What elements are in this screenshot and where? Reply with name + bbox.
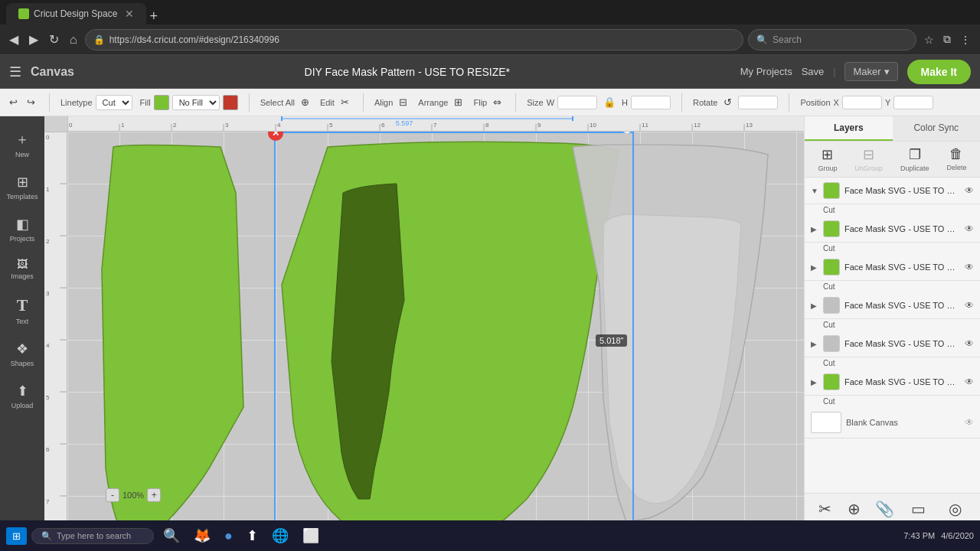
- taskbar-search[interactable]: 🔍 Type here to search: [31, 528, 154, 544]
- layer-cut-1: Cut: [823, 204, 980, 216]
- svg-text:1: 1: [121, 122, 125, 129]
- x-input[interactable]: 3.944: [842, 96, 882, 109]
- tab-color-sync[interactable]: Color Sync: [893, 116, 981, 141]
- home-button[interactable]: ⌂: [67, 30, 80, 50]
- taskbar-app-firefox[interactable]: 🦊: [189, 524, 215, 547]
- layers-list: ▼ Face Mask SVG - USE TO RE... 👁 Cut ▶ F…: [805, 178, 980, 493]
- svg-text:11: 11: [642, 122, 648, 129]
- layer-expand-icon-2[interactable]: ▶: [811, 225, 818, 233]
- layer-thumb-2: [823, 220, 840, 237]
- forward-button[interactable]: ▶: [26, 29, 41, 50]
- taskbar-search-icon: 🔍: [41, 531, 52, 541]
- layer-expand-icon-1[interactable]: ▼: [811, 187, 818, 195]
- address-bar[interactable]: 🔒 https://ds4.cricut.com/#design/2163409…: [85, 29, 743, 51]
- arrange-button[interactable]: ⊞: [451, 95, 466, 109]
- hamburger-menu[interactable]: ☰: [9, 64, 21, 80]
- machine-selector[interactable]: Maker ▾: [844, 62, 897, 81]
- sidebar-item-upload[interactable]: ⬆ Upload: [3, 377, 41, 416]
- redo-button[interactable]: ↪: [24, 95, 38, 109]
- width-input[interactable]: 5.597: [557, 96, 597, 109]
- taskbar-search-placeholder: Type here to search: [57, 531, 131, 540]
- ungroup-label: UnGroup: [854, 165, 883, 172]
- layer-expand-icon-3[interactable]: ▶: [811, 263, 818, 272]
- new-icon: ＋: [15, 130, 29, 148]
- duplicate-action[interactable]: ❐ Duplicate: [900, 146, 929, 172]
- align-button[interactable]: ⊟: [396, 95, 410, 109]
- panel-tabs: Layers Color Sync: [805, 116, 980, 142]
- layer-item-3[interactable]: ▶ Face Mask SVG - USE TO RE... 👁: [805, 254, 980, 281]
- sidebar-item-text[interactable]: T Text: [3, 289, 41, 331]
- sidebar-item-projects[interactable]: ◧ Projects: [3, 210, 41, 249]
- layer-item-6[interactable]: ▶ Face Mask SVG - USE TO RE... 👁: [805, 369, 980, 396]
- layer-expand-icon-6[interactable]: ▶: [811, 378, 818, 386]
- tab-favicon: [18, 8, 29, 19]
- layer-item-2[interactable]: ▶ Face Mask SVG - USE TO RE... 👁: [805, 216, 980, 243]
- fill-color-swatch[interactable]: [154, 95, 169, 110]
- extensions-button[interactable]: ⧉: [940, 30, 954, 49]
- height-input[interactable]: 5.018: [631, 96, 671, 109]
- layer-visibility-3[interactable]: 👁: [965, 262, 974, 272]
- group-action[interactable]: ⊞ Group: [818, 146, 837, 172]
- ungroup-action[interactable]: ⊟ UnGroup: [854, 146, 883, 172]
- taskbar-app-chrome[interactable]: ●: [220, 525, 237, 547]
- y-input[interactable]: 0.361: [893, 96, 933, 109]
- new-tab-button[interactable]: +: [149, 8, 158, 24]
- canvas-area[interactable]: 0 1 2 3 4 5 6 7 8: [44, 116, 804, 533]
- size-group: Size W 5.597 🔒 H 5.018: [527, 95, 671, 109]
- select-all-button[interactable]: ⊕: [298, 95, 312, 109]
- tab-close-button[interactable]: ✕: [125, 8, 134, 20]
- zoom-out-button[interactable]: -: [106, 488, 119, 502]
- flip-label: Flip: [473, 98, 487, 107]
- canvas-content[interactable]: ✕ 5.018" - 100% +: [67, 132, 804, 520]
- tab-layers[interactable]: Layers: [805, 116, 893, 141]
- flip-button[interactable]: ⇔: [490, 95, 505, 109]
- undo-button[interactable]: ↩: [6, 95, 21, 109]
- blank-canvas-visibility[interactable]: 👁: [965, 417, 974, 428]
- shapes-icon: ❖: [16, 341, 28, 357]
- edit-label: Edit: [320, 98, 335, 107]
- maker-label: Maker: [853, 66, 880, 77]
- fill-group: Fill No Fill: [140, 95, 238, 110]
- layer-expand-icon-5[interactable]: ▶: [811, 340, 818, 348]
- taskbar-app-unknown2[interactable]: 🌐: [267, 524, 293, 547]
- browser-tab[interactable]: Cricut Design Space ✕: [6, 3, 146, 24]
- sidebar-item-images[interactable]: 🖼 Images: [3, 252, 41, 286]
- back-button[interactable]: ◀: [6, 29, 21, 50]
- start-button[interactable]: ⊞: [6, 527, 27, 545]
- rotate-icon[interactable]: ↺: [720, 95, 735, 109]
- fill-select[interactable]: No Fill: [172, 95, 220, 110]
- refresh-button[interactable]: ↻: [46, 29, 62, 50]
- bookmarks-button[interactable]: ☆: [921, 31, 937, 49]
- save-button[interactable]: Save: [802, 66, 825, 77]
- zoom-in-button[interactable]: +: [147, 488, 161, 502]
- layer-item-4[interactable]: ▶ Face Mask SVG - USE TO RE... 👁: [805, 292, 980, 319]
- layer-expand-icon-4[interactable]: ▶: [811, 302, 818, 310]
- linetype-select[interactable]: Cut: [96, 95, 132, 110]
- sidebar-item-templates[interactable]: ⊞ Templates: [3, 168, 41, 207]
- layer-visibility-4[interactable]: 👁: [965, 300, 974, 311]
- layer-visibility-6[interactable]: 👁: [965, 377, 974, 387]
- sidebar-item-new[interactable]: ＋ New: [3, 124, 41, 165]
- browser-nav-bar: ◀ ▶ ↻ ⌂ 🔒 https://ds4.cricut.com/#design…: [0, 24, 980, 55]
- delete-action[interactable]: 🗑 Delete: [946, 146, 966, 172]
- layer-visibility-1[interactable]: 👁: [965, 185, 974, 196]
- edit-button[interactable]: ✂: [338, 95, 352, 109]
- lock-aspect-button[interactable]: 🔒: [600, 95, 619, 109]
- layer-item-1[interactable]: ▼ Face Mask SVG - USE TO RE... 👁: [805, 178, 980, 204]
- taskbar-app-unknown1[interactable]: ⬆: [242, 524, 263, 547]
- taskbar-app-cortana[interactable]: 🔍: [158, 524, 185, 547]
- make-it-button[interactable]: Make It: [907, 60, 971, 84]
- layer-item-5[interactable]: ▶ Face Mask SVG - USE TO RE... 👁: [805, 331, 980, 357]
- browser-search-bar[interactable]: 🔍 Search: [748, 29, 916, 51]
- menu-button[interactable]: ⋮: [957, 31, 974, 49]
- layer-visibility-2[interactable]: 👁: [965, 223, 974, 234]
- my-projects-button[interactable]: My Projects: [740, 66, 792, 77]
- taskbar-app-unknown3[interactable]: ⬜: [298, 524, 324, 547]
- stroke-color-swatch[interactable]: [223, 95, 238, 110]
- layer-visibility-5[interactable]: 👁: [965, 338, 974, 349]
- layer-name-1: Face Mask SVG - USE TO RE...: [844, 186, 960, 195]
- rotate-input[interactable]: 0: [738, 96, 778, 109]
- sidebar-new-label: New: [15, 151, 29, 158]
- sidebar-item-shapes[interactable]: ❖ Shapes: [3, 334, 41, 373]
- align-group: Align ⊟: [374, 95, 410, 109]
